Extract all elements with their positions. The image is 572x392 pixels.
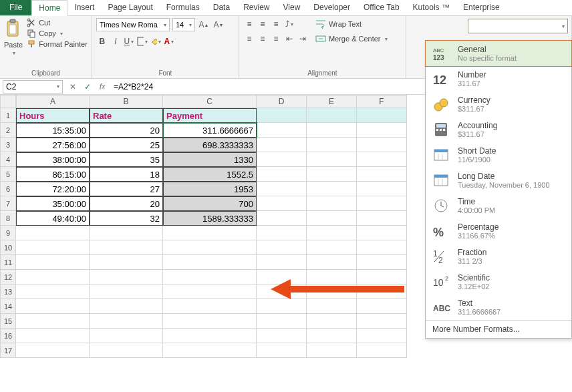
- font-color-button[interactable]: A▾: [163, 35, 175, 47]
- cell-B11[interactable]: [90, 255, 163, 270]
- cell-F17[interactable]: [357, 343, 407, 358]
- row-head-7[interactable]: 7: [0, 196, 16, 211]
- cell-F5[interactable]: [357, 167, 407, 182]
- cell-B10[interactable]: [90, 240, 163, 255]
- cell-F16[interactable]: [357, 329, 407, 343]
- row-head-10[interactable]: 10: [0, 240, 16, 255]
- cell-E14[interactable]: [307, 299, 357, 314]
- cell-F2[interactable]: [357, 123, 407, 138]
- cell-D6[interactable]: [257, 182, 307, 196]
- tab-enterprise[interactable]: Enterprise: [456, 0, 507, 15]
- underline-button[interactable]: U▾: [123, 35, 135, 47]
- nf-item-currency[interactable]: Currency$311.67: [426, 91, 571, 117]
- copy-button[interactable]: Copy▾: [27, 29, 88, 38]
- cell-E6[interactable]: [307, 182, 357, 196]
- col-head-F[interactable]: F: [357, 95, 407, 108]
- font-size-select[interactable]: 14▾: [172, 18, 195, 31]
- nf-item-longdate[interactable]: Long DateTuesday, November 6, 1900: [426, 168, 571, 193]
- row-head-15[interactable]: 15: [0, 314, 16, 329]
- cell-A17[interactable]: [16, 343, 90, 358]
- cell-A1[interactable]: Hours: [16, 108, 90, 123]
- cell-E4[interactable]: [307, 152, 357, 167]
- cell-A7[interactable]: 35:00:00: [16, 196, 90, 211]
- cell-A2[interactable]: 15:35:00: [16, 123, 90, 138]
- cell-A11[interactable]: [16, 255, 90, 270]
- cell-C12[interactable]: [163, 270, 257, 284]
- cell-B17[interactable]: [90, 343, 163, 358]
- cell-C6[interactable]: 1953: [163, 182, 257, 196]
- cell-D2[interactable]: [257, 123, 307, 138]
- nf-item-percentage[interactable]: % Percentage31166.67%: [426, 218, 571, 244]
- cell-D16[interactable]: [257, 329, 307, 343]
- cell-B7[interactable]: 20: [90, 196, 163, 211]
- cell-D8[interactable]: [257, 211, 307, 226]
- cell-F9[interactable]: [357, 226, 407, 240]
- cell-C10[interactable]: [163, 240, 257, 255]
- cell-F6[interactable]: [357, 182, 407, 196]
- cell-B13[interactable]: [90, 284, 163, 299]
- cell-D11[interactable]: [257, 255, 307, 270]
- cell-C16[interactable]: [163, 329, 257, 343]
- row-head-1[interactable]: 1: [0, 108, 16, 123]
- cell-C15[interactable]: [163, 314, 257, 329]
- cell-D14[interactable]: [257, 299, 307, 314]
- italic-button[interactable]: I: [110, 35, 122, 47]
- cell-A4[interactable]: 38:00:00: [16, 152, 90, 167]
- nf-item-number[interactable]: 12 Number311.67: [426, 66, 571, 91]
- increase-indent-button[interactable]: ⇥: [297, 33, 309, 45]
- cell-A5[interactable]: 86:15:00: [16, 167, 90, 182]
- cell-E10[interactable]: [307, 240, 357, 255]
- cell-D3[interactable]: [257, 138, 307, 152]
- nf-item-fraction[interactable]: 12 Fraction311 2/3: [426, 244, 571, 269]
- cell-B15[interactable]: [90, 314, 163, 329]
- cell-B6[interactable]: 27: [90, 182, 163, 196]
- col-head-B[interactable]: B: [90, 95, 163, 108]
- row-head-13[interactable]: 13: [0, 284, 16, 299]
- align-top-button[interactable]: ≡: [243, 18, 255, 30]
- row-head-12[interactable]: 12: [0, 270, 16, 284]
- decrease-font-button[interactable]: A▼: [212, 19, 225, 31]
- col-head-A[interactable]: A: [16, 95, 90, 108]
- cell-B9[interactable]: [90, 226, 163, 240]
- align-left-button[interactable]: ≡: [243, 33, 255, 45]
- bold-button[interactable]: B: [96, 35, 108, 47]
- row-head-5[interactable]: 5: [0, 167, 16, 182]
- cell-F11[interactable]: [357, 255, 407, 270]
- tab-home[interactable]: Home: [31, 0, 67, 16]
- nf-item-general[interactable]: ABC123 GeneralNo specific format: [425, 40, 572, 67]
- row-head-8[interactable]: 8: [0, 211, 16, 226]
- row-head-3[interactable]: 3: [0, 138, 16, 152]
- paste-button[interactable]: Paste ▾: [4, 18, 23, 68]
- cell-E17[interactable]: [307, 343, 357, 358]
- fx-button[interactable]: fx: [95, 79, 110, 94]
- cell-C5[interactable]: 1552.5: [163, 167, 257, 182]
- nf-item-scientific[interactable]: 102 Scientific3.12E+02: [426, 269, 571, 295]
- cell-D9[interactable]: [257, 226, 307, 240]
- cell-D7[interactable]: [257, 196, 307, 211]
- decrease-indent-button[interactable]: ⇤: [283, 33, 295, 45]
- orientation-button[interactable]: ⤴▾: [283, 18, 295, 30]
- increase-font-button[interactable]: A▲: [198, 19, 210, 31]
- tab-review[interactable]: Review: [237, 0, 276, 15]
- cell-F7[interactable]: [357, 196, 407, 211]
- wrap-text-button[interactable]: Wrap Text: [313, 18, 390, 30]
- cell-C13[interactable]: [163, 284, 257, 299]
- row-head-6[interactable]: 6: [0, 182, 16, 196]
- cell-C11[interactable]: [163, 255, 257, 270]
- cell-A13[interactable]: [16, 284, 90, 299]
- cell-E15[interactable]: [307, 314, 357, 329]
- row-head-14[interactable]: 14: [0, 299, 16, 314]
- merge-center-button[interactable]: Merge & Center▾: [313, 33, 390, 45]
- cell-A6[interactable]: 72:20:00: [16, 182, 90, 196]
- cell-A12[interactable]: [16, 270, 90, 284]
- tab-pagelayout[interactable]: Page Layout: [101, 0, 159, 15]
- fill-color-button[interactable]: ▾: [150, 35, 162, 47]
- cell-A14[interactable]: [16, 299, 90, 314]
- cell-C1[interactable]: Payment: [163, 108, 257, 123]
- cell-E16[interactable]: [307, 329, 357, 343]
- cell-E2[interactable]: [307, 123, 357, 138]
- row-head-16[interactable]: 16: [0, 329, 16, 343]
- col-head-D[interactable]: D: [257, 95, 307, 108]
- cell-A16[interactable]: [16, 329, 90, 343]
- cell-B14[interactable]: [90, 299, 163, 314]
